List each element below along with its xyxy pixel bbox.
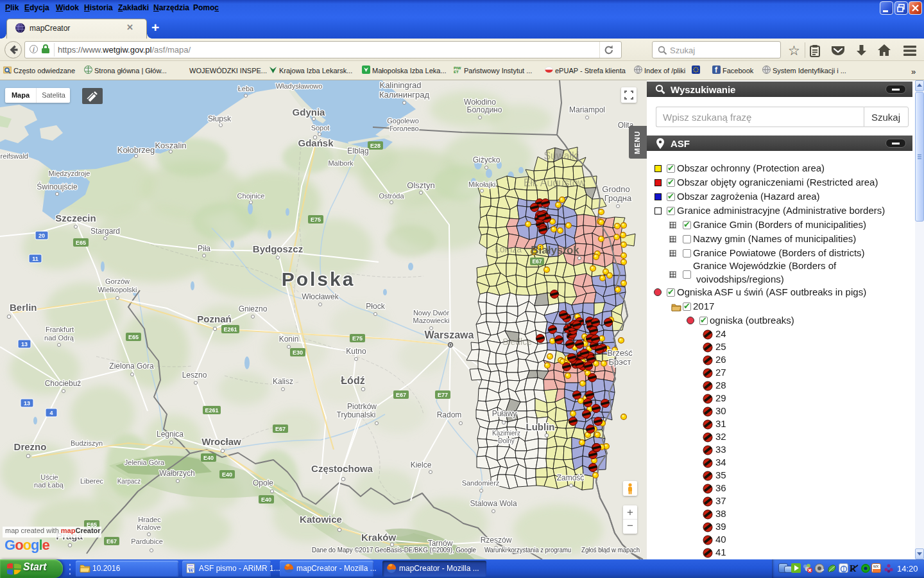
svg-text:E67: E67 [275, 426, 286, 432]
svg-text:Liberec: Liberec [80, 477, 104, 485]
svg-text:Leszno: Leszno [182, 371, 207, 380]
svg-text:Konin: Konin [279, 335, 299, 344]
svg-text:E261: E261 [205, 407, 218, 414]
svg-text:Elbląg: Elbląg [347, 146, 368, 155]
svg-text:Częstochowa: Częstochowa [311, 463, 373, 474]
svg-text:Wrocław: Wrocław [201, 436, 241, 447]
svg-text:Łeba: Łeba [238, 85, 254, 92]
svg-text:Olsztyn: Olsztyn [407, 180, 434, 190]
svg-text:Kaliningrad: Kaliningrad [379, 80, 421, 90]
svg-text:Mikołajki: Mikołajki [468, 180, 495, 188]
svg-text:Hradec: Hradec [138, 516, 161, 523]
svg-text:E75: E75 [311, 216, 321, 223]
svg-text:E67: E67 [396, 392, 406, 398]
svg-text:Гоголево: Гоголево [389, 125, 418, 132]
svg-text:Koszalin: Koszalin [155, 141, 186, 150]
svg-text:Sandomierz: Sandomierz [462, 479, 500, 487]
svg-text:Kraków: Kraków [361, 532, 397, 543]
svg-text:Malbork: Malbork [328, 159, 354, 167]
svg-text:Augustów: Augustów [540, 177, 586, 188]
svg-text:Włocławek: Włocławek [302, 292, 339, 301]
svg-text:E77: E77 [438, 392, 448, 398]
svg-text:Katowice: Katowice [300, 514, 342, 525]
svg-text:Świnoujście: Świnoujście [37, 182, 78, 191]
svg-text:E75: E75 [352, 335, 363, 342]
svg-text:Болодино: Болодино [467, 105, 502, 114]
svg-text:Bydgoszcz: Bydgoszcz [253, 243, 303, 254]
svg-text:Uście: Uście [40, 473, 58, 481]
svg-text:11: 11 [32, 256, 38, 262]
svg-text:Kalisz: Kalisz [273, 377, 293, 386]
svg-text:Kielce: Kielce [411, 460, 432, 469]
svg-text:E40: E40 [203, 455, 214, 461]
svg-text:Słupsk: Słupsk [208, 114, 232, 123]
svg-text:Radom: Radom [437, 410, 462, 419]
svg-text:Zamość: Zamość [557, 473, 585, 482]
svg-text:Giżycko: Giżycko [473, 155, 501, 164]
svg-text:Stalowa Wola: Stalowa Wola [470, 499, 517, 508]
svg-text:WX: WX [873, 565, 879, 568]
svg-text:Kralove: Kralove [137, 523, 160, 531]
svg-text:Ostróda: Ostróda [379, 192, 404, 200]
svg-text:Poznań: Poznań [197, 313, 231, 324]
svg-text:Władysławowo: Władysławowo [276, 82, 323, 90]
svg-text:Szczecin: Szczecin [55, 213, 96, 223]
svg-text:Pardubice: Pardubice [131, 538, 163, 545]
svg-text:Mariampol: Mariampol [569, 105, 605, 114]
svg-text:Łódź: Łódź [341, 375, 364, 386]
svg-text:E67: E67 [107, 538, 117, 545]
svg-text:W: W [188, 567, 194, 574]
svg-text:Брэст: Брэст [609, 357, 631, 367]
svg-text:Budziszyn: Budziszyn [71, 439, 103, 447]
svg-text:Frankfurt: Frankfurt [46, 326, 74, 333]
svg-text:E40: E40 [222, 471, 232, 478]
svg-text:E65: E65 [128, 334, 139, 340]
svg-text:Rzeszów: Rzeszów [481, 536, 512, 545]
svg-text:Jelenia Góra: Jelenia Góra [124, 459, 165, 466]
svg-text:Калининград: Калининград [379, 90, 429, 100]
svg-text:Greifswald: Greifswald [0, 152, 28, 160]
svg-text:Drezno: Drezno [14, 441, 47, 452]
svg-text:Piotrków: Piotrków [347, 402, 377, 411]
svg-text:Gdańsk: Gdańsk [298, 137, 334, 148]
svg-text:Kutno: Kutno [346, 347, 366, 356]
svg-text:Siedlce: Siedlce [502, 337, 532, 347]
svg-text:Gogolewo: Gogolewo [387, 117, 419, 125]
svg-text:Polska: Polska [282, 268, 355, 290]
svg-text:Mazowiecki: Mazowiecki [413, 317, 450, 324]
svg-text:Berlin: Berlin [10, 302, 37, 313]
svg-text:E261: E261 [223, 326, 237, 333]
svg-text:Gniezno: Gniezno [239, 304, 268, 313]
svg-text:E28: E28 [370, 143, 381, 149]
svg-text:Białystok: Białystok [531, 244, 579, 256]
svg-text:nad Odrą: nad Odrą [44, 334, 74, 342]
svg-text:Piła: Piła [198, 244, 210, 253]
svg-text:Chociebuż: Chociebuż [45, 379, 81, 388]
svg-text:Zielona Góra: Zielona Góra [109, 362, 154, 371]
svg-text:Ełk: Ełk [524, 177, 538, 188]
svg-text:Opole: Opole [253, 478, 273, 487]
svg-text:Suwałki: Suwałki [543, 150, 579, 161]
svg-text:Гродна: Гродна [604, 193, 632, 203]
svg-text:Międzyzdroje: Międzyzdroje [49, 170, 90, 177]
svg-text:Puławy: Puławy [492, 409, 517, 418]
svg-text:Zgłoś błąd w mapach: Zgłoś błąd w mapach [581, 546, 640, 554]
svg-text:Dolny: Dolny [498, 437, 515, 444]
svg-text:Nowy Dwór: Nowy Dwór [413, 309, 450, 317]
svg-text:Warszawa: Warszawa [425, 329, 474, 340]
svg-text:Płock: Płock [366, 302, 385, 311]
svg-text:Sopot: Sopot [311, 124, 330, 132]
svg-text:nad Łabą: nad Łabą [34, 481, 64, 489]
svg-text:Chojnice: Chojnice [237, 192, 265, 200]
svg-text:Kazimierz: Kazimierz [492, 430, 520, 437]
svg-text:Lublin: Lublin [526, 421, 555, 432]
svg-text:Wałbrzych: Wałbrzych [159, 469, 195, 478]
svg-text:E65: E65 [76, 240, 86, 246]
svg-text:Łomża: Łomża [495, 244, 522, 254]
svg-text:13: 13 [21, 341, 28, 347]
svg-text:13: 13 [24, 400, 30, 407]
svg-text:E30: E30 [293, 349, 303, 356]
svg-text:4: 4 [49, 410, 53, 416]
svg-text:Stargard: Stargard [90, 227, 120, 236]
svg-text:Wielkopolski: Wielkopolski [98, 286, 137, 293]
